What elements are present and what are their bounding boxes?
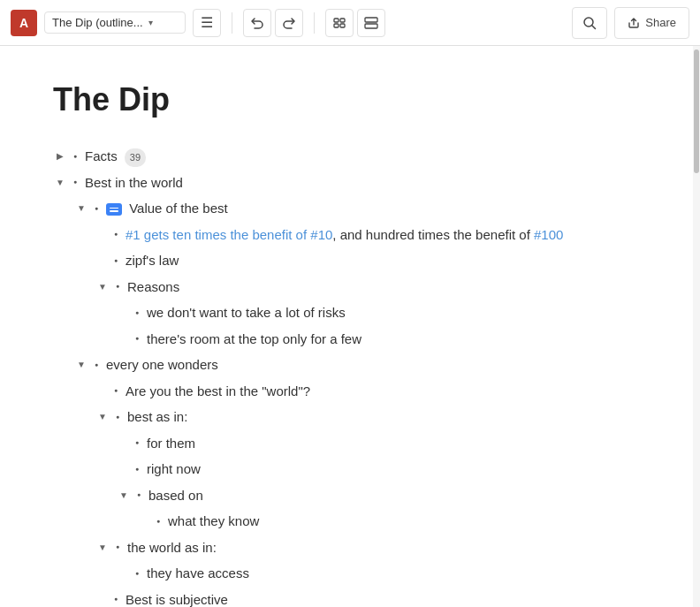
link-10[interactable]: #10 — [310, 227, 332, 242]
document-title-dropdown[interactable]: The Dip (outline... ▾ — [44, 11, 186, 34]
share-label: Share — [645, 16, 676, 29]
share-button[interactable]: Share — [614, 7, 689, 39]
toggle-facts[interactable]: ▶ — [53, 146, 67, 167]
item-based-on: based on — [148, 482, 203, 509]
bullet-what-they-know — [152, 511, 164, 532]
item-everyone-wonders: every one wonders — [106, 352, 218, 378]
tree-row-right-now: right now — [53, 456, 636, 482]
item-are-you-best: Are you the best in the "world"? — [126, 378, 310, 405]
tree-row-best-as-in: ▼ best as in: — [53, 404, 636, 430]
item-best-in-world: Best in the world — [85, 170, 183, 196]
bullet-right-now — [131, 459, 143, 480]
app-logo: A — [11, 10, 37, 36]
bullet-facts — [69, 146, 81, 167]
tree-row-reasons: ▼ Reasons — [53, 274, 636, 300]
undo-button[interactable] — [243, 9, 271, 37]
toggle-best-as-in[interactable]: ▼ — [95, 406, 110, 428]
view-mode-2-icon — [364, 16, 378, 30]
bullet-are-you-best — [110, 380, 122, 401]
scrollbar[interactable] — [693, 46, 700, 607]
view-mode-2-button[interactable] — [357, 9, 385, 37]
link-100[interactable]: #100 — [534, 227, 563, 242]
view-mode-1-icon — [332, 16, 346, 30]
tree-row-are-you-best: Are you the best in the "world"? — [53, 378, 636, 405]
toolbar: A The Dip (outline... ▾ ☰ — [0, 0, 700, 46]
toolbar-divider-2 — [314, 12, 315, 34]
item-right-now: right now — [147, 456, 201, 482]
item-no-risks: we don't want to take a lot of risks — [147, 300, 346, 326]
scrollbar-thumb[interactable] — [694, 49, 699, 173]
view-mode-1-button[interactable] — [325, 9, 354, 37]
tree-row-best-in-world: ▼ Best in the world — [53, 170, 636, 196]
tree-row-facts: ▶ Facts 39 — [53, 143, 636, 170]
link-number-one-text[interactable]: #1 gets ten times the benefit of — [126, 227, 310, 242]
undo-icon — [250, 16, 264, 30]
item-they-have-access: they have access — [147, 560, 249, 587]
tree-row-for-them: for them — [53, 430, 636, 457]
bullet-reasons — [111, 276, 124, 297]
item-number-one: #1 gets ten times the benefit of #10, an… — [126, 222, 563, 248]
menu-button[interactable]: ☰ — [193, 9, 221, 37]
tree-row-based-on: ▼ based on — [53, 482, 636, 509]
item-zipfs: zipf's law — [126, 247, 179, 274]
bullet-they-have-access — [131, 563, 143, 584]
tree-row-no-risks: we don't want to take a lot of risks — [53, 300, 636, 326]
svg-rect-4 — [365, 18, 377, 22]
item-best-as-in: best as in: — [127, 404, 187, 430]
document-title-label: The Dip (outline... — [52, 16, 143, 29]
menu-icon: ☰ — [201, 14, 213, 31]
page-icon-line-1 — [110, 208, 118, 209]
toggle-best-in-world[interactable]: ▼ — [53, 171, 67, 193]
toggle-world-as-in[interactable]: ▼ — [95, 536, 110, 558]
item-room-top: there's room at the top only for a few — [147, 326, 361, 353]
page-icon-line-2 — [110, 210, 118, 212]
history-controls — [243, 9, 303, 37]
toolbar-divider-1 — [232, 12, 232, 34]
item-reasons: Reasons — [127, 274, 179, 300]
share-icon — [628, 17, 640, 29]
bullet-no-risks — [131, 302, 143, 323]
outline-tree: ▶ Facts 39 ▼ Best in the world ▼ Value o… — [53, 143, 636, 607]
bullet-best-as-in — [111, 406, 124, 428]
page-icon — [106, 203, 122, 216]
bullet-value-of-best — [90, 198, 103, 219]
item-facts: Facts 39 — [85, 143, 146, 170]
redo-icon — [282, 16, 296, 30]
badge-facts: 39 — [125, 148, 146, 167]
svg-rect-0 — [334, 19, 339, 22]
document-content: The Dip ▶ Facts 39 ▼ Best in the world ▼ — [0, 46, 689, 607]
redo-button[interactable] — [275, 9, 303, 37]
bullet-everyone-wonders — [90, 354, 103, 376]
item-value-of-best: Value of the best — [106, 195, 228, 222]
bullet-number-one — [110, 224, 122, 245]
toggle-value-of-best[interactable]: ▼ — [74, 198, 88, 219]
bullet-room-top — [131, 328, 143, 349]
tree-row-best-subjective: Best is subjective — [53, 587, 636, 608]
page-icon-inner — [110, 208, 118, 212]
title-chevron-icon: ▾ — [148, 18, 153, 27]
bullet-world-as-in — [111, 536, 124, 558]
svg-rect-3 — [340, 24, 345, 27]
tree-row-zipfs: zipf's law — [53, 247, 636, 274]
bullet-based-on — [133, 484, 145, 505]
svg-rect-5 — [365, 24, 377, 28]
bullet-for-them — [131, 432, 143, 453]
text-connector: , and hundred times the benefit of — [332, 227, 534, 242]
toggle-reasons[interactable]: ▼ — [95, 276, 110, 297]
toggle-based-on[interactable]: ▼ — [117, 484, 131, 505]
toggle-everyone-wonders[interactable]: ▼ — [74, 354, 88, 376]
tree-row-what-they-know: what they know — [53, 508, 636, 535]
svg-rect-2 — [334, 24, 339, 27]
search-icon — [582, 15, 597, 31]
item-what-they-know: what they know — [168, 508, 259, 535]
tree-row-world-as-in: ▼ the world as in: — [53, 535, 636, 561]
search-button[interactable] — [572, 7, 607, 39]
bullet-best-subjective — [110, 588, 122, 607]
svg-rect-1 — [340, 19, 345, 22]
item-world-as-in: the world as in: — [127, 535, 217, 561]
view-controls — [325, 9, 385, 37]
item-for-them: for them — [147, 430, 195, 457]
tree-row-room-top: there's room at the top only for a few — [53, 326, 636, 353]
tree-row-they-have-access: they have access — [53, 560, 636, 587]
tree-row-everyone-wonders: ▼ every one wonders — [53, 352, 636, 378]
